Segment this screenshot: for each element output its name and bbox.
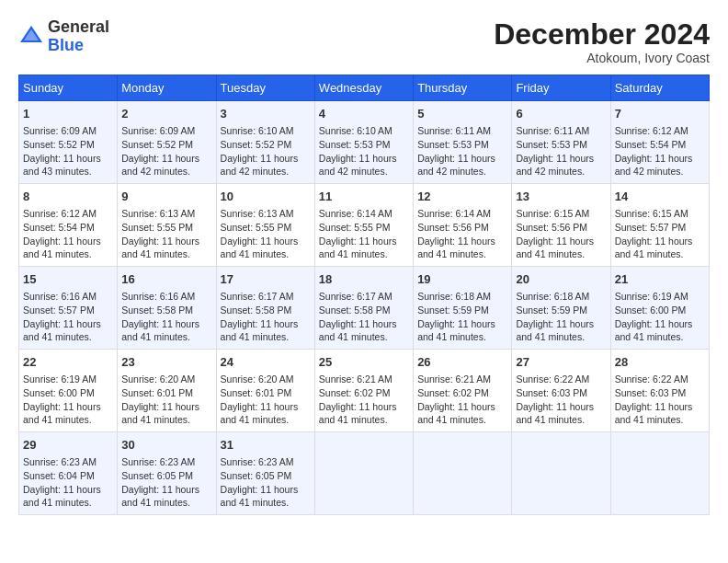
calendar-cell [414,431,512,514]
day-number: 4 [319,106,409,122]
day-info: Sunrise: 6:17 AM Sunset: 5:58 PM Dayligh… [319,290,409,344]
calendar-cell: 14Sunrise: 6:15 AM Sunset: 5:57 PM Dayli… [610,184,709,267]
day-info: Sunrise: 6:10 AM Sunset: 5:52 PM Dayligh… [221,124,311,178]
calendar-cell: 9Sunrise: 6:13 AM Sunset: 5:55 PM Daylig… [118,184,216,267]
header-saturday: Saturday [610,75,709,101]
day-info: Sunrise: 6:14 AM Sunset: 5:56 PM Dayligh… [417,207,507,261]
calendar-cell: 17Sunrise: 6:17 AM Sunset: 5:58 PM Dayli… [216,267,314,350]
header-thursday: Thursday [414,75,512,101]
calendar-cell [314,431,413,514]
calendar-cell: 13Sunrise: 6:15 AM Sunset: 5:56 PM Dayli… [512,184,610,267]
header-monday: Monday [118,75,216,101]
calendar-week-3: 15Sunrise: 6:16 AM Sunset: 5:57 PM Dayli… [19,267,710,350]
day-info: Sunrise: 6:11 AM Sunset: 5:53 PM Dayligh… [516,124,606,178]
logo-text: General Blue [48,18,109,55]
day-info: Sunrise: 6:23 AM Sunset: 6:05 PM Dayligh… [121,455,211,510]
day-number: 20 [516,271,606,288]
day-info: Sunrise: 6:20 AM Sunset: 6:01 PM Dayligh… [221,373,311,427]
calendar-cell: 28Sunrise: 6:22 AM Sunset: 6:03 PM Dayli… [610,350,709,432]
day-number: 18 [319,271,409,288]
header-friday: Friday [512,75,610,101]
day-number: 9 [121,189,211,205]
day-info: Sunrise: 6:21 AM Sunset: 6:02 PM Dayligh… [417,373,507,427]
calendar-cell: 1Sunrise: 6:09 AM Sunset: 5:52 PM Daylig… [19,101,118,184]
calendar-cell: 8Sunrise: 6:12 AM Sunset: 5:54 PM Daylig… [19,184,118,267]
calendar-cell: 3Sunrise: 6:10 AM Sunset: 5:52 PM Daylig… [216,101,314,184]
logo-general: General [48,17,109,36]
day-number: 14 [615,189,705,205]
calendar-week-1: 1Sunrise: 6:09 AM Sunset: 5:52 PM Daylig… [19,101,710,184]
day-number: 30 [121,437,211,454]
calendar-cell [610,431,709,514]
day-number: 19 [417,271,507,288]
day-number: 24 [221,354,311,371]
day-number: 10 [221,189,311,205]
calendar-cell: 19Sunrise: 6:18 AM Sunset: 5:59 PM Dayli… [414,267,512,350]
day-number: 27 [516,354,606,371]
day-info: Sunrise: 6:15 AM Sunset: 5:57 PM Dayligh… [615,207,705,261]
day-number: 6 [516,106,606,122]
calendar-cell: 23Sunrise: 6:20 AM Sunset: 6:01 PM Dayli… [118,350,216,432]
calendar-cell: 22Sunrise: 6:19 AM Sunset: 6:00 PM Dayli… [19,350,118,432]
calendar-cell: 10Sunrise: 6:13 AM Sunset: 5:55 PM Dayli… [216,184,314,267]
calendar-cell: 21Sunrise: 6:19 AM Sunset: 6:00 PM Dayli… [610,267,709,350]
day-info: Sunrise: 6:17 AM Sunset: 5:58 PM Dayligh… [221,290,311,344]
calendar-cell: 12Sunrise: 6:14 AM Sunset: 5:56 PM Dayli… [414,184,512,267]
day-info: Sunrise: 6:13 AM Sunset: 5:55 PM Dayligh… [221,207,311,261]
day-number: 23 [121,354,211,371]
header-wednesday: Wednesday [314,75,413,101]
day-number: 1 [23,106,113,122]
location: Atokoum, Ivory Coast [494,51,710,65]
day-info: Sunrise: 6:18 AM Sunset: 5:59 PM Dayligh… [516,290,606,344]
logo-blue: Blue [48,36,84,54]
day-number: 26 [417,354,507,371]
day-info: Sunrise: 6:10 AM Sunset: 5:53 PM Dayligh… [319,124,409,178]
day-number: 2 [121,106,211,122]
day-info: Sunrise: 6:16 AM Sunset: 5:58 PM Dayligh… [121,290,211,344]
day-number: 3 [221,106,311,122]
day-number: 7 [615,106,705,122]
day-number: 25 [319,354,409,371]
calendar-week-5: 29Sunrise: 6:23 AM Sunset: 6:04 PM Dayli… [19,431,710,514]
day-info: Sunrise: 6:09 AM Sunset: 5:52 PM Dayligh… [23,124,113,178]
calendar-cell [512,431,610,514]
calendar-cell: 2Sunrise: 6:09 AM Sunset: 5:52 PM Daylig… [118,101,216,184]
calendar-cell: 6Sunrise: 6:11 AM Sunset: 5:53 PM Daylig… [512,101,610,184]
day-number: 5 [417,106,507,122]
calendar-week-4: 22Sunrise: 6:19 AM Sunset: 6:00 PM Dayli… [19,350,710,432]
day-info: Sunrise: 6:12 AM Sunset: 5:54 PM Dayligh… [615,124,705,178]
day-number: 29 [23,437,113,454]
title-area: December 2024 Atokoum, Ivory Coast [494,18,710,65]
calendar-cell: 11Sunrise: 6:14 AM Sunset: 5:55 PM Dayli… [314,184,413,267]
calendar-cell: 29Sunrise: 6:23 AM Sunset: 6:04 PM Dayli… [19,431,118,514]
day-info: Sunrise: 6:19 AM Sunset: 6:00 PM Dayligh… [23,373,113,427]
day-number: 22 [23,354,113,371]
logo-icon [18,24,44,50]
calendar-cell: 5Sunrise: 6:11 AM Sunset: 5:53 PM Daylig… [414,101,512,184]
header-sunday: Sunday [19,75,118,101]
day-info: Sunrise: 6:22 AM Sunset: 6:03 PM Dayligh… [516,373,606,427]
calendar-cell: 26Sunrise: 6:21 AM Sunset: 6:02 PM Dayli… [414,350,512,432]
day-info: Sunrise: 6:11 AM Sunset: 5:53 PM Dayligh… [417,124,507,178]
day-info: Sunrise: 6:23 AM Sunset: 6:04 PM Dayligh… [23,455,113,510]
calendar-cell: 7Sunrise: 6:12 AM Sunset: 5:54 PM Daylig… [610,101,709,184]
day-info: Sunrise: 6:20 AM Sunset: 6:01 PM Dayligh… [121,373,211,427]
day-number: 15 [23,271,113,288]
day-number: 11 [319,189,409,205]
calendar-cell: 27Sunrise: 6:22 AM Sunset: 6:03 PM Dayli… [512,350,610,432]
day-info: Sunrise: 6:16 AM Sunset: 5:57 PM Dayligh… [23,290,113,344]
day-info: Sunrise: 6:23 AM Sunset: 6:05 PM Dayligh… [221,455,311,510]
calendar-cell: 4Sunrise: 6:10 AM Sunset: 5:53 PM Daylig… [314,101,413,184]
calendar-cell: 24Sunrise: 6:20 AM Sunset: 6:01 PM Dayli… [216,350,314,432]
day-info: Sunrise: 6:14 AM Sunset: 5:55 PM Dayligh… [319,207,409,261]
day-info: Sunrise: 6:15 AM Sunset: 5:56 PM Dayligh… [516,207,606,261]
day-number: 12 [417,189,507,205]
calendar-header-row: SundayMondayTuesdayWednesdayThursdayFrid… [19,75,710,101]
day-info: Sunrise: 6:21 AM Sunset: 6:02 PM Dayligh… [319,373,409,427]
calendar-cell: 16Sunrise: 6:16 AM Sunset: 5:58 PM Dayli… [118,267,216,350]
day-number: 31 [221,437,311,454]
calendar-cell: 31Sunrise: 6:23 AM Sunset: 6:05 PM Dayli… [216,431,314,514]
day-number: 28 [615,354,705,371]
calendar-table: SundayMondayTuesdayWednesdayThursdayFrid… [18,75,710,515]
day-number: 13 [516,189,606,205]
